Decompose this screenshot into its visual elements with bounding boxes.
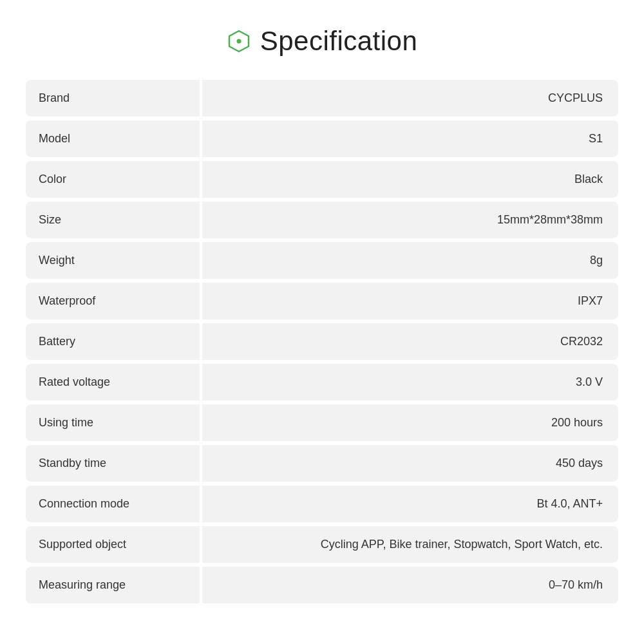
spec-label: Color: [26, 161, 200, 198]
page-title: Specification: [260, 26, 418, 57]
logo-icon: [227, 29, 251, 53]
spec-label: Rated voltage: [26, 364, 200, 401]
table-row: BrandCYCPLUS: [26, 80, 618, 117]
table-row: Size15mm*28mm*38mm: [26, 202, 618, 238]
spec-value: 15mm*28mm*38mm: [202, 202, 618, 238]
table-row: Rated voltage3.0 V: [26, 364, 618, 401]
spec-label: Size: [26, 202, 200, 238]
spec-value: 3.0 V: [202, 364, 618, 401]
table-row: ColorBlack: [26, 161, 618, 198]
table-row: Connection modeBt 4.0, ANT+: [26, 486, 618, 522]
spec-label: Weight: [26, 242, 200, 279]
spec-label: Battery: [26, 323, 200, 360]
spec-label: Measuring range: [26, 567, 200, 603]
spec-value: CYCPLUS: [202, 80, 618, 117]
spec-label: Waterproof: [26, 283, 200, 319]
spec-value: 450 days: [202, 445, 618, 482]
table-row: Measuring range0–70 km/h: [26, 567, 618, 603]
table-row: Supported objectCycling APP, Bike traine…: [26, 526, 618, 563]
spec-label: Standby time: [26, 445, 200, 482]
page-header: Specification: [227, 26, 418, 57]
spec-value: Cycling APP, Bike trainer, Stopwatch, Sp…: [202, 526, 618, 563]
spec-value: S1: [202, 120, 618, 157]
spec-table: BrandCYCPLUSModelS1ColorBlackSize15mm*28…: [26, 80, 618, 607]
spec-label: Model: [26, 120, 200, 157]
spec-value: 200 hours: [202, 404, 618, 441]
table-row: BatteryCR2032: [26, 323, 618, 360]
svg-point-1: [236, 39, 241, 44]
spec-label: Supported object: [26, 526, 200, 563]
spec-value: Black: [202, 161, 618, 198]
spec-value: CR2032: [202, 323, 618, 360]
spec-label: Brand: [26, 80, 200, 117]
table-row: Standby time450 days: [26, 445, 618, 482]
spec-value: IPX7: [202, 283, 618, 319]
table-row: Using time200 hours: [26, 404, 618, 441]
table-row: WaterproofIPX7: [26, 283, 618, 319]
table-row: Weight8g: [26, 242, 618, 279]
spec-value: 0–70 km/h: [202, 567, 618, 603]
spec-label: Connection mode: [26, 486, 200, 522]
spec-value: Bt 4.0, ANT+: [202, 486, 618, 522]
spec-label: Using time: [26, 404, 200, 441]
spec-value: 8g: [202, 242, 618, 279]
table-row: ModelS1: [26, 120, 618, 157]
